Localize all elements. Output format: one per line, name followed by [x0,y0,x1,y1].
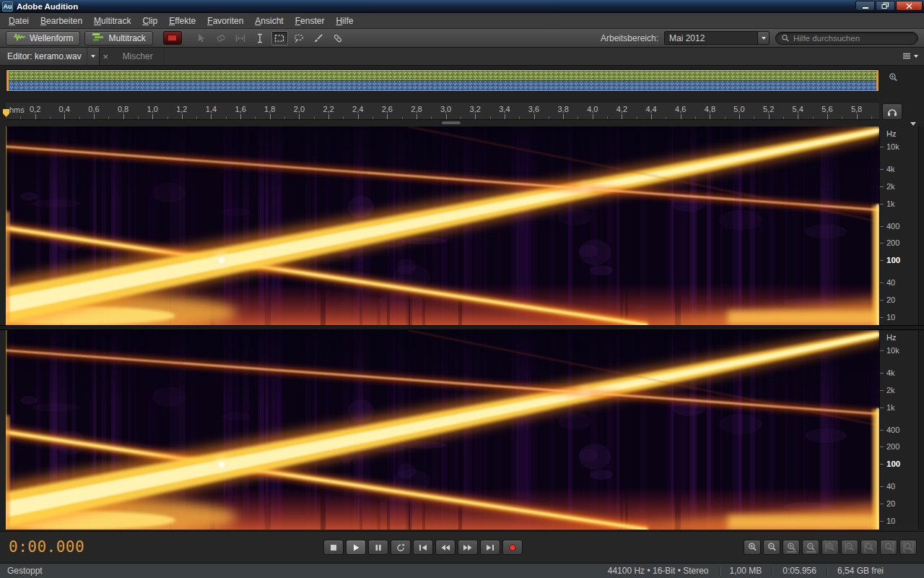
razor-tool[interactable] [213,31,230,46]
frequency-scale-right: Hz10k4k2k1k400200100402010 [879,330,924,530]
spot-healing-brush-tool[interactable] [330,31,346,46]
panel-tabbar: Editor: keramo.wav × Mischer [0,48,924,66]
ruler-major-tick [64,114,65,119]
menu-datei[interactable]: Datei [3,13,35,29]
freq-tick [880,407,884,408]
ruler-minor-tick [461,116,461,119]
slip-tool[interactable] [232,31,249,46]
ruler-major-tick [622,114,622,119]
ruler-tick-label-2-6: 2,6 [382,105,393,113]
menu-multitrack[interactable]: Multitrack [88,13,136,29]
lasso-selection-tool[interactable] [291,31,308,46]
ruler-major-tick [35,114,36,119]
spectrogram-left-channel[interactable] [6,126,879,325]
zoom-in-time-button[interactable] [783,540,800,555]
panel-menu-icon[interactable] [902,48,918,65]
ruler-tick-label-0-6: 0,6 [88,105,99,113]
ruler-ticks: 0,20,40,60,81,01,21,41,61,82,02,22,42,62… [6,103,879,119]
freq-unit-label: Hz [886,129,896,138]
workspace-dropdown-arrow[interactable] [757,32,769,44]
loop-play-button[interactable] [391,540,411,555]
paintbrush-selection-tool[interactable] [310,31,327,46]
tab-mischer[interactable]: Mischer [112,48,165,65]
tab-editor-dropdown[interactable] [87,48,99,65]
status-item-3: 6,54 GB frei [827,566,894,576]
go-to-end-button[interactable] [480,540,500,555]
ruler-minor-tick [50,116,51,119]
ruler-minor-tick [549,116,549,119]
ruler-tick-label-4-4: 4,4 [645,105,656,113]
help-search-input[interactable] [793,34,912,43]
help-search[interactable] [775,32,918,45]
status-item-1: 1,00 MB [720,566,772,576]
zoom-in-button[interactable] [744,540,761,555]
ruler-tick-label-1-0: 1,0 [147,105,158,113]
zoom-out-button[interactable] [763,540,780,555]
workspace-select[interactable]: Mai 2012 [664,31,770,45]
zoom-to-out-point-button[interactable] [880,540,897,555]
menu-ansicht[interactable]: Ansicht [249,13,289,29]
tab-close-icon[interactable]: × [100,48,112,65]
waveform-view-button[interactable]: Wellenform [6,31,80,46]
search-icon [781,34,790,43]
titlebar[interactable]: Au Adobe Audition [0,0,924,13]
marquee-selection-tool[interactable] [271,31,288,46]
pause-button[interactable] [368,540,388,555]
ruler-major-tick [857,114,858,119]
play-button[interactable] [346,540,366,555]
ruler-major-tick [827,114,828,119]
timeline-ruler[interactable]: hms 0,20,40,60,81,01,21,41,61,82,02,22,4… [6,102,879,120]
ruler-minor-tick [108,116,109,119]
menu-favoriten[interactable]: Favoriten [201,13,249,29]
channel-divider[interactable] [0,325,924,330]
menu-fenster[interactable]: Fenster [289,13,331,29]
zoom-out-frequency-button[interactable] [841,540,858,555]
fast-forward-button[interactable] [458,540,478,555]
restore-button[interactable] [876,1,895,11]
stop-button[interactable] [323,540,344,555]
ruler-minor-tick [871,116,872,119]
freq-tick [880,464,884,465]
ruler-minor-tick [842,116,842,119]
freq-label-20: 20 [886,499,895,508]
zoom-in-frequency-button[interactable] [821,540,839,555]
scale-options-caret[interactable] [910,122,916,126]
record-button[interactable] [502,540,523,555]
ruler-minor-tick [783,116,784,119]
ruler-major-tick [152,114,153,119]
ruler-scroll-grip[interactable] [442,121,461,124]
ruler-minor-tick [343,116,344,119]
time-selection-tool[interactable] [252,31,269,46]
overview-strip[interactable] [6,69,879,92]
spectral-display-button[interactable] [163,31,182,45]
rewind-button[interactable] [435,540,456,555]
menu-clip[interactable]: Clip [136,13,163,29]
overview-zoom-icon[interactable] [888,72,901,85]
menu-hilfe[interactable]: Hilfe [330,13,359,29]
freq-label-10k: 10k [886,346,899,355]
ruler-major-tick [328,114,329,119]
menu-bearbeiten[interactable]: Bearbeiten [35,13,88,29]
ruler-minor-tick [725,116,725,119]
zoom-to-selection-button[interactable] [899,540,917,555]
move-tool[interactable] [193,31,210,46]
ruler-tick-label-3-0: 3,0 [440,105,451,113]
spectrogram-right-channel[interactable] [6,330,879,530]
minimize-button[interactable] [855,1,875,11]
multitrack-view-button[interactable]: Multitrack [84,31,152,46]
go-to-start-button[interactable] [413,540,433,555]
freq-label-1k: 1k [886,199,895,208]
restore-icon [881,2,889,9]
freq-label-10k: 10k [886,142,899,151]
zoom-to-in-point-button[interactable] [860,540,878,555]
freq-label-2k: 2k [886,182,895,191]
monitor-headphones-button[interactable] [882,103,902,120]
tab-editor[interactable]: Editor: keramo.wav [0,48,100,65]
ruler-minor-tick [20,116,21,119]
ruler-major-tick [182,114,183,119]
menu-effekte[interactable]: Effekte [163,13,201,29]
ruler-major-tick [358,114,359,119]
freq-label-400: 400 [886,426,899,434]
close-button[interactable] [896,1,923,11]
zoom-out-time-button[interactable] [802,540,819,555]
